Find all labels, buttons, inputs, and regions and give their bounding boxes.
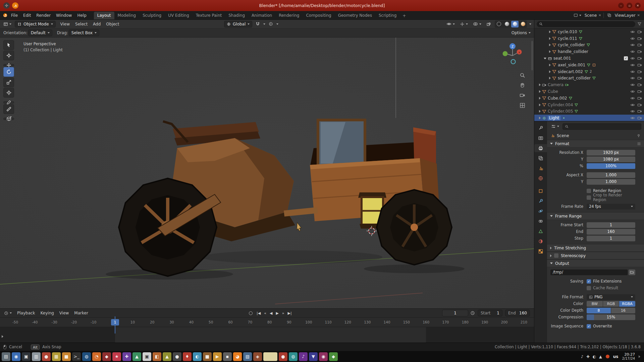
viewlayer-selector[interactable]: ViewLayer ✕ xyxy=(615,13,640,18)
orientation-dropdown[interactable]: Default xyxy=(28,29,52,36)
falloff-caret[interactable] xyxy=(276,23,278,25)
app-icon-28[interactable]: ● xyxy=(279,352,287,361)
workspace-tab-geometry-nodes[interactable]: Geometry Nodes xyxy=(335,12,375,19)
app-icon-32[interactable]: ◉ xyxy=(319,352,328,361)
app-icon-29[interactable]: ◍ xyxy=(289,352,298,361)
outliner-row-cube-002[interactable]: Cube.002 xyxy=(534,95,644,102)
grid-toggle-icon[interactable] xyxy=(520,103,525,108)
expand-icon[interactable] xyxy=(544,58,546,59)
overwrite-checkbox[interactable]: ✓Overwrite xyxy=(587,324,635,328)
add-workspace-button[interactable]: + xyxy=(400,12,409,19)
visibility-eye-icon[interactable] xyxy=(630,109,635,114)
workspace-tab-sculpting[interactable]: Sculpting xyxy=(139,12,165,19)
render-visibility-icon[interactable] xyxy=(637,56,642,61)
workspace-tab-uv-editing[interactable]: UV Editing xyxy=(165,12,193,19)
section-header-frame-range[interactable]: Frame Range xyxy=(547,212,644,220)
render-visibility-icon[interactable] xyxy=(637,89,642,94)
viewport-scrollbar[interactable] xyxy=(531,41,533,70)
tool-cursor-button[interactable] xyxy=(3,51,14,60)
properties-tab-viewlayer[interactable] xyxy=(535,154,546,162)
viewlayer-remove-icon[interactable]: ✕ xyxy=(637,13,640,17)
cache-result-checkbox[interactable]: Cache Result xyxy=(587,286,635,290)
playhead[interactable]: 1 xyxy=(111,319,119,325)
timeline-ruler[interactable]: -50-40-30-20-101020304050607080901001101… xyxy=(0,318,534,327)
visibility-eye-icon[interactable] xyxy=(630,63,635,67)
color-depth-8[interactable]: 8 xyxy=(587,308,611,313)
collection-checkbox[interactable]: ✓ xyxy=(624,56,628,60)
menu-edit[interactable]: Edit xyxy=(20,11,34,19)
render-visibility-icon[interactable] xyxy=(637,76,642,80)
xray-toggle-icon[interactable] xyxy=(485,22,492,26)
render-visibility-icon[interactable] xyxy=(637,69,642,74)
properties-tab-modifier[interactable] xyxy=(535,197,546,205)
viewport-menu-object[interactable]: Object xyxy=(103,20,122,28)
viewlayer-icon[interactable] xyxy=(606,13,613,17)
pin-icon[interactable] xyxy=(637,134,641,138)
tool-select-button[interactable] xyxy=(3,40,14,50)
file-format-dropdown[interactable]: PNG xyxy=(587,294,635,300)
expand-icon[interactable] xyxy=(549,31,551,33)
shading-options-caret[interactable] xyxy=(529,23,531,25)
outliner-row-camera[interactable]: Camera xyxy=(534,81,644,88)
section-header-time-stretching[interactable]: Time Stretching xyxy=(547,244,644,252)
next-keyframe-button[interactable]: » xyxy=(282,311,284,315)
app-icon-16[interactable]: ◧ xyxy=(153,352,161,361)
app-icon-12[interactable]: ★ xyxy=(112,352,121,361)
app-icon-31[interactable]: ▼ xyxy=(309,352,318,361)
tray-icon-2[interactable]: ✚ xyxy=(586,354,590,359)
jump-to-end-button[interactable]: ▶| xyxy=(288,311,292,315)
color-mode-rgba[interactable]: RGBA xyxy=(619,301,635,307)
render-visibility-icon[interactable] xyxy=(637,29,642,34)
workspace-tab-shading[interactable]: Shading xyxy=(225,12,248,19)
output-path-field[interactable]: /tmp/ xyxy=(550,269,628,275)
tray-icon-3[interactable]: ◐ xyxy=(593,354,596,359)
auto-keying-button[interactable] xyxy=(249,311,253,315)
workspace-tab-modeling[interactable]: Modeling xyxy=(114,12,140,19)
outliner-row-seat-001[interactable]: seat.001 ✓ xyxy=(534,55,644,62)
zoom-icon[interactable] xyxy=(520,72,525,78)
render-visibility-icon[interactable] xyxy=(637,63,642,67)
outliner-row-cycle-010[interactable]: cycle.010 xyxy=(534,28,644,35)
properties-tab-render[interactable] xyxy=(535,134,546,142)
timeline-editor-type-button[interactable] xyxy=(3,311,13,315)
resolution-y-field[interactable]: 1080 px xyxy=(587,157,635,162)
tool-transform-button[interactable] xyxy=(3,88,14,98)
outliner-row-light[interactable]: Light xyxy=(534,115,644,121)
tray-expand-icon[interactable] xyxy=(639,355,640,358)
transform-orientation-selector[interactable]: Global xyxy=(224,21,252,27)
tray-icon-4[interactable]: ▲ xyxy=(599,354,602,359)
tray-icon-1[interactable]: ♪ xyxy=(581,354,583,359)
app-icon-14[interactable]: ▲ xyxy=(132,352,141,361)
expand-icon[interactable] xyxy=(549,44,551,46)
frame-start-input[interactable]: Start1 xyxy=(478,310,502,316)
outliner-row-sidecart-collider[interactable]: sidecart_collider xyxy=(534,75,644,82)
keyboard-layout-indicator[interactable]: us xyxy=(613,354,619,359)
app-icon-24[interactable]: ◕ xyxy=(233,352,242,361)
play-button[interactable]: ▶ xyxy=(276,311,278,315)
camera-view-icon[interactable] xyxy=(520,93,525,98)
expand-icon[interactable] xyxy=(539,97,541,100)
close-button[interactable]: ✕ xyxy=(635,3,641,8)
tool-annotate-button[interactable] xyxy=(3,101,14,104)
frame-end-field[interactable]: 160 xyxy=(587,229,635,235)
timeline-menu-keying[interactable]: Keying xyxy=(38,309,57,317)
selectability-visibility-icon[interactable] xyxy=(445,21,456,26)
visibility-eye-icon[interactable] xyxy=(630,29,635,34)
navigation-gizmo[interactable]: Z x xyxy=(498,41,527,69)
crop-region-checkbox[interactable]: Crop to Render Region xyxy=(587,193,635,202)
aspect-x-field[interactable]: 1.000 xyxy=(587,172,635,178)
visibility-eye-icon[interactable] xyxy=(630,82,635,87)
workspace-tab-compositing[interactable]: Compositing xyxy=(303,12,334,19)
gizmos-toggle-icon[interactable] xyxy=(459,22,469,26)
compression-slider[interactable]: 15% xyxy=(587,314,635,320)
expand-icon[interactable] xyxy=(539,90,541,93)
outliner-row-cube[interactable]: Cube xyxy=(534,88,644,95)
expand-icon[interactable] xyxy=(549,37,551,40)
presets-menu-icon[interactable] xyxy=(637,142,641,146)
properties-search-input[interactable] xyxy=(562,123,641,130)
app-icon-33[interactable]: ◆ xyxy=(329,352,338,361)
open-folder-icon[interactable] xyxy=(629,269,635,275)
proportional-edit-icon[interactable] xyxy=(267,22,274,26)
timeline-menu-marker[interactable]: Marker xyxy=(71,309,91,317)
app-icon-2[interactable]: ◉ xyxy=(12,352,20,361)
